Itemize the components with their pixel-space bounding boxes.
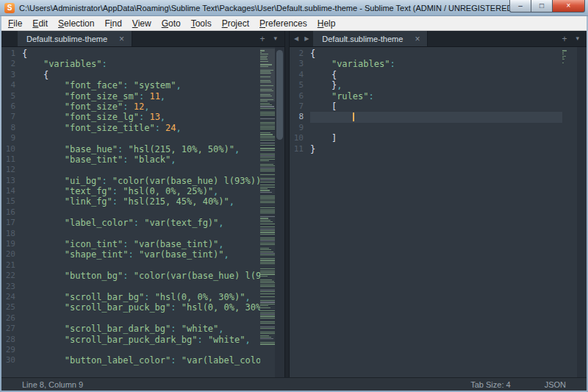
code-line[interactable]: 13 "ui_bg": "color(var(base_hue) l(93%))… [1,176,260,186]
code-line-text[interactable]: { [22,70,260,80]
code-line-text[interactable] [22,133,260,143]
scrollbar-puck-left[interactable] [276,50,283,139]
tab-close-icon[interactable]: × [415,35,420,43]
code-line-text[interactable] [22,282,260,292]
code-line-text[interactable]: "font_size_lg": 13, [22,112,260,122]
menu-item-help[interactable]: Help [312,17,341,30]
editor-right[interactable]: 2{3 "variables":4 {5 },6 "rules":7 [8 91… [290,47,587,377]
code-line-text[interactable]: "base_tint": "black", [22,154,260,165]
scrollbar-left[interactable] [275,47,284,377]
code-line[interactable]: 14 "text_fg": "hsl(0, 0%, 25%)", [1,186,260,196]
minimize-button[interactable]: – [509,0,531,13]
code-line-text[interactable]: "variables": [22,59,260,69]
code-line[interactable]: 3 "variables": [290,59,562,69]
menu-item-project[interactable]: Project [217,17,254,30]
code-line[interactable]: 10 "base_hue": "hsl(215, 10%, 50%)", [1,144,260,154]
code-line[interactable]: 24 "scroll_bar_bg": "hsl(0, 0%, 30%)", [1,292,260,302]
code-line-text[interactable] [22,229,260,239]
code-line-text[interactable]: "font_size_sm": 11, [22,91,260,101]
code-line-text[interactable]: "button_bg": "color(var(base_hue) l(98%)… [22,271,260,281]
tab-overflow-button[interactable]: ▾ [576,35,579,42]
menu-item-find[interactable]: Find [99,17,126,30]
code-line[interactable]: 11} [290,144,562,154]
code-line-text[interactable]: "base_hue": "hsl(215, 10%, 50%)", [22,144,260,154]
status-syntax[interactable]: JSON [545,380,566,389]
code-line-text[interactable]: { [310,70,562,80]
new-tab-button[interactable]: + [562,35,567,43]
maximize-button[interactable]: □ [531,0,552,13]
tab-default-sublime-theme-right[interactable]: Default.sublime-theme × [313,31,428,46]
code-line[interactable]: 7 [ [290,101,562,112]
code-line-text[interactable]: [ [310,101,562,112]
code-line-text[interactable]: } [310,144,562,154]
pane-divider[interactable] [284,31,290,377]
menu-item-edit[interactable]: Edit [27,17,53,30]
status-tab-size[interactable]: Tab Size: 4 [470,380,510,389]
code-line[interactable]: 8 "font_size_title": 24, [1,123,260,133]
code-line[interactable]: 21 [1,260,260,271]
code-line[interactable]: 12 [1,165,260,175]
code-line-text[interactable]: ] [310,133,562,143]
code-line[interactable]: 20 "shape_tint": "var(base_tint)", [1,249,260,260]
code-line-text[interactable]: { [22,49,260,59]
code-line[interactable]: 3 { [1,70,260,80]
code-line-text[interactable] [22,207,260,218]
code-line-text[interactable] [22,345,260,355]
new-tab-button[interactable]: + [259,35,265,43]
code-line-text[interactable]: }, [310,80,562,90]
code-line-text[interactable]: { [310,49,562,59]
code-line-text[interactable]: "button_label_color": "var(label_color)"… [22,355,260,366]
code-line[interactable]: 15 "link_fg": "hsl(215, 45%, 40%)", [1,196,260,207]
code-line[interactable]: 10 ] [290,133,562,143]
menu-item-selection[interactable]: Selection [53,17,99,30]
code-line[interactable]: 9 [290,123,562,133]
code-line[interactable]: 9 [1,133,260,143]
code-line-text[interactable]: "font_face": "system", [22,80,260,90]
app-icon[interactable]: S [4,3,15,13]
code-line-text[interactable]: "link_fg": "hsl(215, 45%, 40%)", [22,196,260,207]
code-line-text[interactable] [22,260,260,271]
close-button[interactable]: × [552,0,585,13]
code-line[interactable]: 22 "button_bg": "color(var(base_hue) l(9… [1,271,260,281]
tab-default-sublime-theme-left[interactable]: Default.sublime-theme × [18,31,132,46]
code-line-text[interactable]: "variables": [310,59,562,69]
code-line-text[interactable]: "rules": [310,91,562,101]
code-line-text[interactable]: "font_size_title": 24, [22,123,260,133]
scrollbar-right[interactable] [577,47,587,377]
menu-item-tools[interactable]: Tools [186,17,217,30]
code-line[interactable]: 17 "label_color": "var(text_fg)", [1,218,260,228]
tab-close-icon[interactable]: × [119,35,124,43]
tab-overflow-button[interactable]: ▾ [273,35,277,42]
code-line-text[interactable] [310,112,562,122]
code-line-text[interactable]: "shape_tint": "var(base_tint)", [22,249,260,260]
code-line[interactable]: 11 "base_tint": "black", [1,154,260,165]
code-line-text[interactable]: "ui_bg": "color(var(base_hue) l(93%))", [22,176,260,186]
code-line[interactable]: 28 "scroll_bar_puck_dark_bg": "white", [1,335,260,345]
code-line-text[interactable]: "font_size": 12, [22,101,260,112]
editor-left[interactable]: 1{2 "variables":3 {4 "font_face": "syste… [1,47,284,377]
code-line-text[interactable]: "icon_tint": "var(base_tint)", [22,239,260,249]
menu-item-view[interactable]: View [127,17,157,30]
code-line[interactable]: 8 [290,112,562,122]
code-line[interactable]: 5 }, [290,80,562,90]
code-rows-right[interactable]: 2{3 "variables":4 {5 },6 "rules":7 [8 91… [290,49,562,377]
code-line[interactable]: 26 [1,313,260,324]
code-line[interactable]: 5 "font_size_sm": 11, [1,91,260,101]
code-line[interactable]: 7 "font_size_lg": 13, [1,112,260,122]
code-line[interactable]: 6 "rules": [290,91,562,101]
minimap-right[interactable] [562,49,577,377]
minimap-viewport[interactable] [260,49,275,101]
code-line-text[interactable]: "text_fg": "hsl(0, 0%, 25%)", [22,186,260,196]
code-line[interactable]: 16 [1,207,260,218]
code-line-text[interactable]: "label_color": "var(text_fg)", [22,218,260,228]
code-line-text[interactable]: "scroll_bar_dark_bg": "white", [22,324,260,334]
status-cursor-position[interactable]: Line 8, Column 9 [22,380,83,389]
code-line[interactable]: 6 "font_size": 12, [1,101,260,112]
code-line-text[interactable]: "scroll_bar_bg": "hsl(0, 0%, 30%)", [22,292,260,302]
minimap-left[interactable] [260,49,275,377]
code-line[interactable]: 2{ [290,49,562,59]
code-line[interactable]: 1{ [1,49,260,59]
code-line[interactable]: 30 "button_label_color": "var(label_colo… [1,355,260,366]
code-line-text[interactable] [22,165,260,175]
code-line[interactable]: 2 "variables": [1,59,260,69]
